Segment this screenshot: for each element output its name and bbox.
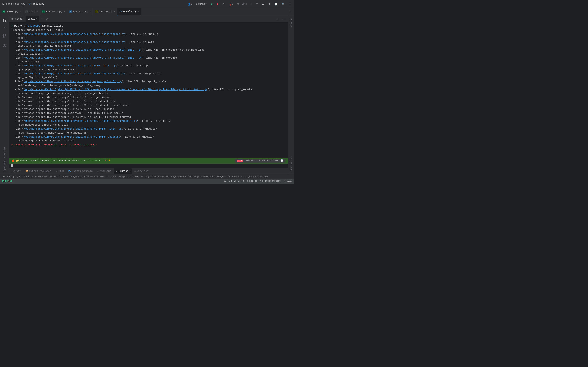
tb-line-2: File "/Users/shaheempp/Developer/djangoP…	[11, 40, 285, 44]
tab-env[interactable]: · .env ×	[23, 8, 40, 16]
file-link[interactable]: /Users/shaheempp/Developer/djangoProject…	[24, 33, 125, 36]
tab-close-btn[interactable]: ×	[138, 10, 139, 13]
py-icon: ⬡	[120, 10, 122, 13]
status-right: 207:82 LF UTF-8 4 spaces <No interpreter…	[224, 180, 292, 183]
status-indent[interactable]: 4 spaces	[247, 180, 258, 182]
file-link[interactable]: /opt/homebrew/lib/python3.10/site-packag…	[24, 72, 125, 75]
tab-admin-py[interactable]: dj admin.py ×	[0, 8, 23, 16]
user-icon-btn[interactable]: 👤▾	[187, 2, 193, 6]
breadcrumb-folder[interactable]: userApp	[15, 3, 25, 6]
prompt-right-section: 1 × alhudha at 04:59:27 PM 🕐	[235, 159, 285, 163]
status-separator: |	[13, 180, 15, 182]
tb-line-6: File "/opt/homebrew/lib/python3.10/site-…	[11, 72, 285, 76]
status-bar: ⎇ main | 207:82 LF UTF-8 4 spaces <No in…	[0, 179, 294, 184]
git-compare-btn[interactable]: ⇄	[261, 2, 265, 6]
user-label-btn[interactable]: alhudha ▾	[195, 2, 208, 6]
tb-code-8: return _bootstrap._gcd_import(name[level…	[11, 92, 285, 95]
bottom-tab-git[interactable]: ⎇ Git	[11, 168, 23, 174]
tab-label: custom.css	[73, 10, 88, 13]
bottom-tab-python-console[interactable]: Py Python Console	[66, 168, 95, 174]
terminal-options-btn[interactable]: ⋮	[275, 17, 280, 21]
tab-custom-css[interactable]: # custom.css ×	[67, 8, 93, 16]
top-bar: alhudha › userApp › ⬡models.py 👤▾ alhudh…	[0, 0, 294, 8]
timer-btn[interactable]: ⏱	[221, 2, 226, 6]
bottom-tab-terminal[interactable]: ▶ Terminal	[114, 168, 132, 174]
activity-git-changes[interactable]	[1, 42, 8, 49]
todo-icon: ☑	[56, 170, 57, 173]
activity-pull-requests[interactable]	[1, 33, 8, 39]
py-console-icon: Py	[68, 170, 71, 173]
terminal-minimize-btn[interactable]: —	[281, 17, 286, 21]
tab-close-btn[interactable]: ×	[20, 11, 21, 13]
editor-tabs: dj admin.py × · .env × dj settings.py × …	[0, 8, 294, 16]
git-history-btn[interactable]: 🕐	[273, 2, 279, 6]
manage-py-link[interactable]: manage.py	[26, 25, 40, 27]
tab-close-btn[interactable]: ×	[114, 11, 115, 13]
bottom-tabs: ⎇ Git 📦 Python Packages ☑ TODO Py Python…	[9, 168, 288, 174]
bottom-tab-problems[interactable]: ⚠ Problems	[95, 168, 113, 174]
tab-close-btn[interactable]: ×	[36, 11, 38, 13]
activity-bookmarks[interactable]: Bookmarks	[3, 160, 6, 173]
tb-line-4: File "/opt/homebrew/lib/python3.10/site-…	[11, 56, 285, 60]
more-btn[interactable]: ⋮	[287, 2, 292, 6]
activity-commit[interactable]	[1, 25, 8, 31]
file-link[interactable]: /opt/homebrew/lib/python3.10/site-packag…	[24, 49, 142, 51]
tb-frozen-3: File "<frozen importlib._bootstrap>", li…	[11, 104, 285, 108]
tb-line-8: File "/opt/homebrew/Cellar/python@3.10/3…	[11, 88, 285, 92]
scview-icon[interactable]: SciView	[289, 17, 294, 27]
file-link[interactable]: /opt/homebrew/lib/python3.10/site-packag…	[24, 57, 142, 59]
status-branch[interactable]: ⎇ main	[283, 180, 292, 183]
file-link[interactable]: /opt/homebrew/Cellar/python@3.10/3.10.6_…	[24, 88, 208, 91]
tb-code-5: apps.populate(settings.INSTALLED_APPS)	[11, 68, 285, 72]
git-tab-label: Git	[16, 170, 21, 173]
tabs-more-btn[interactable]: ⋮	[287, 10, 294, 13]
tb-line-7: File "/opt/homebrew/lib/python3.10/site-…	[11, 80, 285, 83]
traceback-header: Traceback (most recent call last):	[11, 28, 285, 32]
activity-structure[interactable]: Structure	[3, 146, 6, 159]
git-push-btn[interactable]: ⬆	[255, 2, 259, 6]
help-btn[interactable]: ❓▾	[228, 2, 234, 6]
tb-frozen-2: File "<frozen importlib._bootstrap>", li…	[11, 100, 285, 103]
terminal-add-btn[interactable]: +	[40, 17, 44, 21]
file-link[interactable]: /Users/shaheempp/Developer/djangoProject…	[24, 41, 125, 44]
tab-custom-js[interactable]: JS custom.js ×	[93, 8, 117, 16]
git-rollback-btn[interactable]: ↺	[267, 2, 272, 6]
file-link[interactable]: /opt/homebrew/lib/python3.10/site-packag…	[24, 80, 122, 83]
django-icon: dj	[42, 10, 45, 13]
terminal-output[interactable]: › python3 manage.py makemigrations Trace…	[9, 22, 288, 158]
tab-label: settings.py	[46, 10, 62, 13]
file-link[interactable]: /opt/homebrew/lib/python3.10/site-packag…	[24, 136, 120, 138]
git-branch: main	[92, 159, 98, 162]
bottom-tab-python-packages[interactable]: 📦 Python Packages	[23, 168, 53, 174]
tab-close-btn[interactable]: ×	[64, 11, 65, 13]
run-btn[interactable]: ▶	[210, 2, 214, 6]
git-tab-icon: ⎇	[13, 170, 16, 173]
stop-btn[interactable]: ■	[216, 2, 219, 6]
tb-code-2: execute_from_command_line(sys.argv)	[11, 44, 285, 48]
problems-icon: ⚠	[97, 170, 99, 173]
terminal-tab-local[interactable]: Local ×	[26, 16, 39, 22]
django-icon: dj	[2, 10, 5, 13]
bottom-tab-todo[interactable]: ☑ TODO	[54, 168, 66, 174]
breadcrumb-root[interactable]: alhudha	[2, 3, 12, 6]
tab-settings-py[interactable]: dj settings.py ×	[40, 8, 67, 16]
file-link[interactable]: /Users/shaheempp/Developer/djangoProject…	[24, 120, 137, 123]
status-encoding[interactable]: LF UTF-8	[234, 180, 245, 182]
notifications-icon[interactable]: Notifications	[289, 155, 294, 173]
file-link[interactable]: /opt/homebrew/lib/python3.10/site-packag…	[24, 128, 123, 131]
terminal-expand-btn[interactable]: ⤢	[45, 17, 49, 21]
breadcrumb-file[interactable]: ⬡models.py	[28, 2, 44, 6]
tab-models-py[interactable]: ⬡ models.py ×	[117, 8, 142, 16]
file-link[interactable]: /opt/homebrew/lib/python3.10/site-packag…	[24, 64, 117, 67]
status-interpreter[interactable]: <No interpreter>	[259, 180, 281, 182]
tab-close-btn[interactable]: ×	[90, 11, 91, 13]
terminal-input[interactable]	[9, 164, 288, 168]
status-left: ⎇ main |	[2, 180, 15, 182]
bottom-tab-services[interactable]: ⚙ Services	[132, 168, 150, 174]
git-update-btn[interactable]: ⬇	[249, 2, 253, 6]
layout-btn[interactable]: □	[236, 2, 240, 6]
status-line-col[interactable]: 207:82	[224, 180, 232, 182]
terminal-tab-close[interactable]: ×	[36, 18, 37, 20]
search-btn[interactable]: 🔍	[280, 2, 286, 6]
activity-explorer[interactable]	[1, 17, 8, 24]
